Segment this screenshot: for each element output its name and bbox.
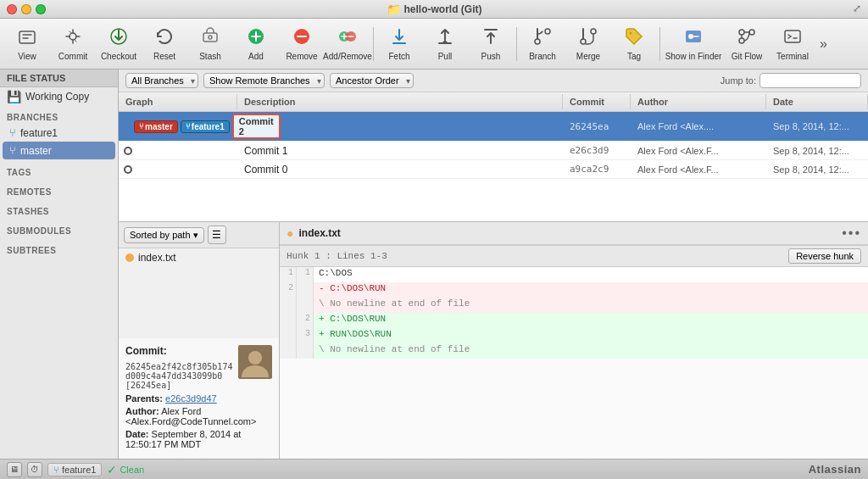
clean-check-icon: ✓ <box>107 463 117 476</box>
svg-point-4 <box>209 36 212 39</box>
old-line-num-1: 1 <box>280 267 297 282</box>
commit-date-3: Sep 8, 2014, 12:... <box>766 163 868 176</box>
status-icon-1: 🖥 <box>10 465 19 474</box>
diff-header: ● index.txt ••• <box>280 222 868 245</box>
branch-tag-feature1[interactable]: ⑂ feature1 <box>181 120 230 133</box>
branch-filter-wrapper[interactable]: All Branches <box>125 73 198 88</box>
terminal-label: Terminal <box>776 52 809 61</box>
branch-icon-feature1: ⑂ <box>9 126 16 139</box>
commit-row-2[interactable]: Commit 1 e26c3d9 Alex Ford <Alex.F... Se… <box>119 142 868 160</box>
new-line-num-5: 3 <box>297 328 314 343</box>
working-copy-item[interactable]: 💾 Working Copy <box>0 87 118 106</box>
th-date: Date <box>766 94 868 109</box>
branch-tag-master[interactable]: ⑂ master <box>134 120 178 133</box>
sort-button[interactable]: Sorted by path ▾ <box>124 227 204 243</box>
diff-line-5: 3 + RUN\DOS\RUN <box>280 328 868 343</box>
show-in-finder-button[interactable]: Show in Finder <box>664 22 723 66</box>
merge-button[interactable]: Merge <box>566 22 610 66</box>
add-label: Add <box>248 52 264 61</box>
svg-point-14 <box>630 32 632 35</box>
remove-icon <box>292 26 312 50</box>
branch-filter[interactable]: All Branches <box>125 73 198 88</box>
stash-button[interactable]: Stash <box>188 22 232 66</box>
order-filter[interactable]: Ancestor Order <box>330 73 414 88</box>
branch-button[interactable]: Branch <box>520 22 565 66</box>
expand-button[interactable]: ⤢ <box>853 3 861 14</box>
th-graph: Graph <box>119 94 237 109</box>
gitflow-button[interactable]: Git Flow <box>725 22 769 66</box>
new-line-num-1: 1 <box>297 267 314 282</box>
diff-line-1: 1 1 C:\DOS <box>280 267 868 282</box>
diff-line-3: \ No newline at end of file <box>280 298 868 313</box>
file-panel-toolbar: Sorted by path ▾ ☰ <box>119 222 279 248</box>
status-branch[interactable]: ⑂ feature1 <box>47 463 102 476</box>
remove-button[interactable]: Remove <box>280 22 324 66</box>
tag-icon <box>624 26 644 50</box>
line-nums-1: 1 1 <box>280 267 314 282</box>
maximize-button[interactable] <box>36 4 46 14</box>
atlassian-logo: Atlassian <box>809 463 861 476</box>
remote-filter[interactable]: Show Remote Branches <box>203 73 325 88</box>
addremove-button[interactable]: Add/Remove <box>326 22 370 66</box>
diff-line-2: 2 - C:\DOS\RUN <box>280 282 868 298</box>
close-button[interactable] <box>7 4 17 14</box>
terminal-button[interactable]: Terminal <box>771 22 815 66</box>
sidebar-item-master[interactable]: ⑂ master <box>3 142 115 159</box>
list-view-button[interactable]: ☰ <box>208 226 226 244</box>
fetch-label: Fetch <box>388 52 409 61</box>
bottom-split: Sorted by path ▾ ☰ index.txt <box>119 221 868 459</box>
branch-name-status: feature1 <box>62 465 96 475</box>
new-line-num-3 <box>297 298 314 313</box>
commit-hash-2: e26c3d9 <box>563 143 631 158</box>
graph-cell-3 <box>119 164 237 175</box>
clean-badge: ✓ Clean <box>107 463 144 476</box>
old-line-num-2: 2 <box>280 282 297 298</box>
view-button[interactable]: View <box>5 22 49 66</box>
sidebar: FILE STATUS 💾 Working Copy BRANCHES ⑂ fe… <box>0 70 119 459</box>
parents-link[interactable]: e26c3d9d47 <box>165 393 217 404</box>
sidebar-item-feature1[interactable]: ⑂ feature1 <box>3 124 115 142</box>
file-item-index[interactable]: index.txt <box>119 248 279 267</box>
fetch-button[interactable]: Fetch <box>377 22 421 66</box>
diff-filename: index.txt <box>298 227 340 239</box>
commit-row-1[interactable]: ⑂ master ⑂ feature1 Commit 2 26245ea <box>119 112 868 142</box>
branch-label: Branch <box>529 52 556 61</box>
reset-button[interactable]: Reset <box>142 22 186 66</box>
submodules-header: SUBMODULES <box>0 223 118 237</box>
pull-button[interactable]: Pull <box>423 22 467 66</box>
branch-icon-status: ⑂ <box>53 465 59 475</box>
add-button[interactable]: Add <box>234 22 278 66</box>
th-author: Author <box>631 94 766 109</box>
tag-button[interactable]: Tag <box>612 22 656 66</box>
view-icon <box>17 27 37 50</box>
stashes-header: STASHES <box>0 203 118 218</box>
svg-point-22 <box>248 351 262 365</box>
addremove-icon <box>337 26 358 50</box>
diff-menu-button[interactable]: ••• <box>842 226 861 241</box>
push-button[interactable]: Push <box>469 22 513 66</box>
reverse-hunk-button[interactable]: Reverse hunk <box>788 248 861 264</box>
checkout-button[interactable]: Checkout <box>97 22 141 66</box>
window-buttons[interactable] <box>7 4 46 14</box>
checkout-icon <box>108 26 129 50</box>
order-filter-wrapper[interactable]: Ancestor Order <box>330 73 414 88</box>
svg-point-18 <box>739 38 744 43</box>
old-line-num-4 <box>280 313 297 328</box>
diff-line-content-4: + C:\DOS\RUN <box>314 313 868 328</box>
commit-author-field: Author: Alex Ford <Alex.Ford@CodeTunnel.… <box>125 406 272 426</box>
pull-label: Pull <box>438 52 453 61</box>
commit-date-1: Sep 8, 2014, 12:... <box>766 120 868 133</box>
status-icon-button-1[interactable]: 🖥 <box>7 462 22 477</box>
jump-to-area: Jump to: <box>721 73 861 88</box>
jump-to-input[interactable] <box>760 73 861 88</box>
more-button[interactable]: » <box>816 36 831 52</box>
status-icon-button-2[interactable]: ⏱ <box>27 462 42 477</box>
commit-button[interactable]: Commit <box>51 22 95 66</box>
remove-label: Remove <box>286 52 317 61</box>
svg-point-1 <box>70 33 76 40</box>
minimize-button[interactable] <box>21 4 31 14</box>
remote-filter-wrapper[interactable]: Show Remote Branches <box>203 73 325 88</box>
svg-point-16 <box>688 34 693 39</box>
old-line-num-3 <box>280 298 297 313</box>
commit-row-3[interactable]: Commit 0 a9ca2c9 Alex Ford <Alex.F... Se… <box>119 160 868 179</box>
